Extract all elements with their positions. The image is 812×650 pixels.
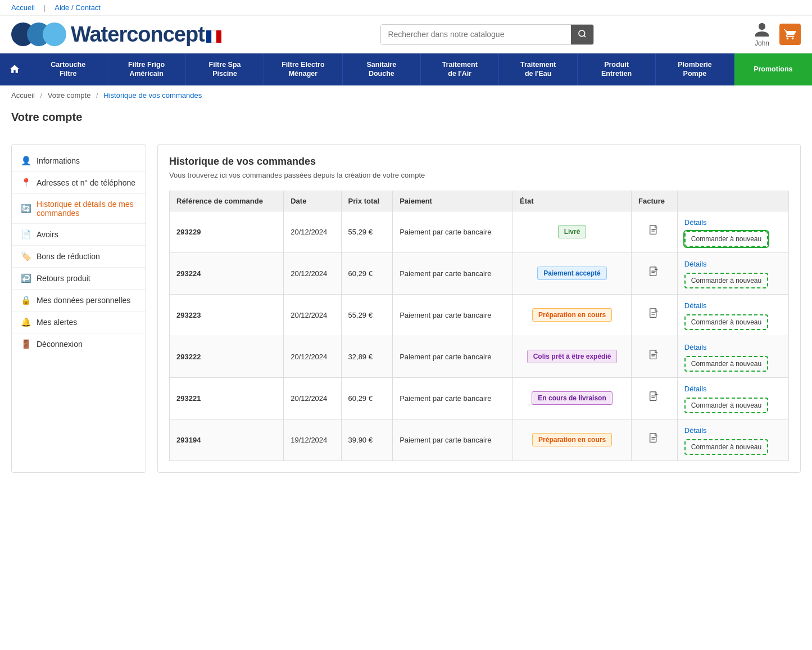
col-invoice: Facture [632,191,678,211]
search-input[interactable] [381,25,571,44]
sidebar-bons-label: Bons de réduction [37,252,100,261]
status-badge: Paiement accepté [537,267,606,280]
top-bar: Accueil | Aide / Contact [0,0,812,16]
invoice-icon[interactable] [648,311,660,322]
order-date: 20/12/2024 [284,211,341,252]
nav-plomberie[interactable]: PlomberiePompe [656,53,734,85]
sidebar-adresses[interactable]: 📍 Adresses et n° de téléphone [12,172,146,194]
sidebar-bons[interactable]: 🏷️ Bons de réduction [12,246,146,268]
order-payment: Paiement par carte bancaire [393,294,513,336]
sidebar-donnees[interactable]: 🔒 Mes données personnelles [12,290,146,312]
logout-icon: 🚪 [21,339,31,349]
status-badge: Livré [558,225,587,238]
details-button[interactable]: Détails [684,217,707,228]
nav-filtre-electro[interactable]: Filtre ElectroMénager [264,53,342,85]
nav-sanitaire[interactable]: SanitaireDouche [343,53,421,85]
invoice-icon[interactable] [648,228,660,239]
order-actions: Détails Commander à nouveau [677,419,788,461]
tag-icon: 🏷️ [21,251,31,261]
sidebar-avoirs[interactable]: 📄 Avoirs [12,224,146,246]
order-payment: Paiement par carte bancaire [393,252,513,294]
status-badge: Préparation en cours [532,308,612,322]
orders-table-body: 293229 20/12/2024 55,29 € Paiement par c… [170,211,789,461]
order-price: 39,90 € [341,419,393,461]
table-row: 293224 20/12/2024 60,29 € Paiement par c… [170,252,789,294]
reorder-button[interactable]: Commander à nouveau [684,273,768,288]
nav-cartouche-filtre[interactable]: CartoucheFiltre [29,53,107,85]
reorder-button[interactable]: Commander à nouveau [684,439,768,455]
order-actions: Détails Commander à nouveau [677,294,788,336]
flag-white [211,30,216,43]
reorder-button[interactable]: Commander à nouveau [684,314,768,330]
order-ref: 293222 [170,336,284,377]
user-icon [754,21,770,38]
search-icon [578,29,587,38]
breadcrumb-current: Historique de vos commandes [103,91,202,100]
details-button[interactable]: Détails [684,300,707,311]
invoice-icon[interactable] [648,394,660,405]
breadcrumb-accueil[interactable]: Accueil [11,91,35,100]
reorder-button[interactable]: Commander à nouveau [684,398,768,413]
order-date: 20/12/2024 [284,377,341,419]
orders-title: Historique de vos commandes [169,156,789,168]
user-profile-button[interactable]: John [754,21,770,47]
flag-blue [206,30,211,43]
order-payment: Paiement par carte bancaire [393,419,513,461]
details-button[interactable]: Détails [684,259,707,269]
sidebar-retours[interactable]: ↩️ Retours produit [12,268,146,290]
order-ref: 293223 [170,294,284,336]
nav-filtre-frigo[interactable]: Filtre FrigoAméricain [107,53,185,85]
svg-point-0 [579,30,585,37]
nav-promotions[interactable]: Promotions [734,53,812,85]
sidebar-informations[interactable]: 👤 Informations [12,150,146,172]
col-price: Prix total [341,191,393,211]
orders-table: Référence de commande Date Prix total Pa… [169,191,789,461]
breadcrumb-compte[interactable]: Votre compte [48,91,91,100]
order-actions: Détails Commander à nouveau [677,336,788,377]
logo-area: Waterconcept [11,22,221,46]
search-area [233,24,742,45]
reorder-button[interactable]: Commander à nouveau [684,231,768,247]
order-invoice [632,252,678,294]
sidebar: 👤 Informations 📍 Adresses et n° de télép… [11,144,146,473]
cart-button[interactable] [779,24,801,45]
sidebar-alertes[interactable]: 🔔 Mes alertes [12,312,146,333]
order-date: 20/12/2024 [284,294,341,336]
user-name-label: John [755,39,769,47]
topbar-aide-link[interactable]: Aide / Contact [55,3,101,12]
nav-traitement-eau[interactable]: Traitementde l'Eau [499,53,577,85]
sidebar-deconnexion[interactable]: 🚪 Déconnexion [12,333,146,355]
invoice-icon[interactable] [648,353,660,364]
order-invoice [632,294,678,336]
search-box [380,24,594,45]
orders-header-row: Référence de commande Date Prix total Pa… [170,191,789,211]
nav-traitement-air[interactable]: Traitementde l'Air [421,53,499,85]
nav-home-button[interactable] [0,53,29,85]
search-button[interactable] [571,25,593,44]
document-icon: 📄 [21,229,31,240]
brand-name-area: Waterconcept [71,24,221,45]
orders-table-head: Référence de commande Date Prix total Pa… [170,191,789,211]
order-payment: Paiement par carte bancaire [393,336,513,377]
page-section: Votre compte [0,105,812,144]
topbar-accueil-link[interactable]: Accueil [11,3,35,12]
sidebar-historique[interactable]: 🔄 Historique et détails de mes commandes [12,194,146,224]
breadcrumb: Accueil / Votre compte / Historique de v… [0,85,812,105]
sidebar-adresses-label: Adresses et n° de téléphone [37,178,135,187]
nav-produit-entretien[interactable]: ProduitEntretien [578,53,656,85]
order-date: 19/12/2024 [284,419,341,461]
details-button[interactable]: Détails [684,383,707,394]
details-button[interactable]: Détails [684,342,707,353]
logo-circle-3 [43,22,66,46]
brand-flag [206,30,221,43]
reorder-button[interactable]: Commander à nouveau [684,356,768,372]
table-row: 293229 20/12/2024 55,29 € Paiement par c… [170,211,789,252]
action-cell: Détails Commander à nouveau [684,383,782,413]
lock-icon: 🔒 [21,295,31,305]
nav-filtre-spa[interactable]: Filtre SpaPiscine [186,53,264,85]
details-button[interactable]: Détails [684,425,707,436]
account-layout: 👤 Informations 📍 Adresses et n° de télép… [0,144,812,490]
invoice-icon[interactable] [648,269,660,281]
order-invoice [632,336,678,377]
invoice-icon[interactable] [648,436,660,447]
